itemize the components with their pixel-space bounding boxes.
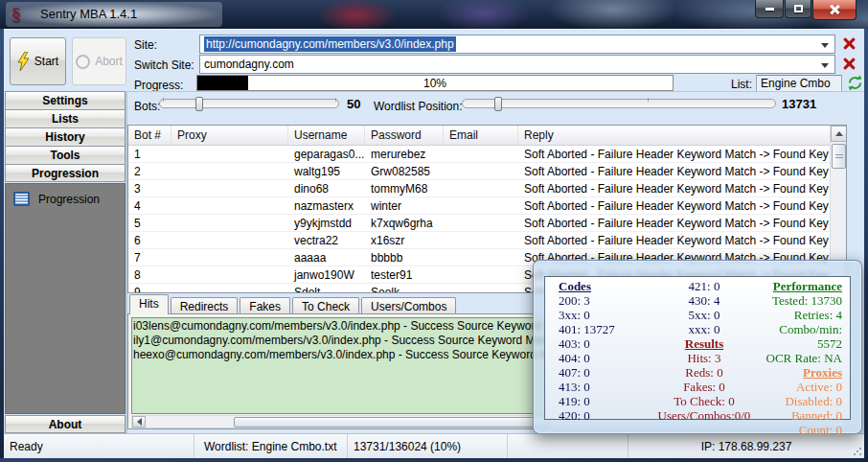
tab[interactable]: Hits — [129, 294, 169, 314]
slider-tick — [163, 98, 164, 102]
cell-reply: Soft Aborted - Failure Header Keyword Ma… — [518, 215, 831, 231]
site-dropdown-icon[interactable] — [821, 43, 829, 48]
site-input[interactable]: http://cumondagny.com/members/v3.0/index… — [199, 35, 835, 54]
close-icon — [829, 4, 840, 15]
table-row[interactable]: 1 geparagas0... merurebez Soft Aborted -… — [128, 146, 831, 163]
cell-password: tester91 — [365, 266, 444, 283]
stat-line: Reds: 0 — [651, 365, 756, 380]
start-button[interactable]: Start — [10, 37, 66, 85]
cell-email — [444, 146, 518, 162]
cell-password: bbbbb — [365, 249, 444, 266]
progress-label: Progress: — [134, 79, 183, 92]
sidebar-item-progression[interactable]: Progression — [6, 184, 125, 206]
stat-line: Retries: 4 — [757, 308, 842, 322]
table-row[interactable]: 2 waltg195 Grw082585 Soft Aborted - Fail… — [128, 163, 831, 180]
hits-scroll-thumb[interactable] — [234, 417, 550, 427]
column-header-proxy[interactable]: Proxy — [171, 126, 288, 145]
abort-button[interactable]: Abort — [72, 37, 126, 85]
tab-label: Fakes — [249, 300, 281, 313]
about-button[interactable]: About — [5, 415, 126, 433]
stat-line: 407: 0 — [559, 365, 651, 380]
refresh-icon[interactable] — [847, 75, 863, 91]
stat-line: 403: 0 — [559, 336, 651, 351]
table-row[interactable]: 3 dino68 tommyM68 Soft Aborted - Failure… — [128, 180, 831, 197]
column-header-bot[interactable]: Bot # — [128, 126, 171, 145]
wordlist-slider-thumb[interactable] — [494, 97, 502, 111]
bots-slider-thumb[interactable] — [195, 97, 203, 111]
stat-line: OCR Rate: NA — [757, 351, 842, 365]
scroll-up-icon — [835, 131, 843, 136]
cell-username: geparagas0... — [288, 146, 365, 162]
close-button[interactable] — [812, 0, 857, 20]
cell-username: aaaaa — [288, 249, 365, 266]
sidebar-button[interactable]: Lists — [5, 109, 126, 127]
stat-line: 421: 0 — [651, 279, 756, 293]
cell-proxy — [171, 215, 288, 231]
column-header-password[interactable]: Password — [365, 126, 444, 145]
sidebar-button[interactable]: Progression — [5, 164, 126, 182]
scroll-left-icon — [137, 418, 142, 426]
tab-label: Users/Combos — [371, 300, 446, 313]
stat-line: Proxies — [757, 365, 842, 380]
sidebar-button[interactable]: Settings — [5, 91, 126, 109]
scroll-thumb[interactable] — [832, 144, 846, 169]
switch-site-input[interactable]: cumondagny.com — [199, 55, 835, 74]
cell-password: x16szr — [365, 232, 444, 248]
table-row[interactable]: 5 y9ykjmstdd k7xqw6grha Soft Aborted - F… — [128, 215, 831, 232]
column-header-username[interactable]: Username — [288, 126, 365, 145]
scroll-left-button[interactable] — [132, 416, 146, 427]
tab[interactable]: Fakes — [240, 297, 290, 314]
bots-slider[interactable] — [159, 99, 339, 108]
resize-grip[interactable] — [853, 447, 862, 456]
stat-line: Active: 0 — [757, 380, 842, 394]
stat-line: 420: 0 — [559, 408, 651, 423]
list-label: List: — [731, 78, 752, 91]
wordlist-position-slider[interactable] — [462, 99, 776, 108]
cell-bot: 5 — [128, 215, 171, 231]
wordlist-position-label: Wordlist Position: — [374, 100, 462, 113]
title-bar[interactable]: § Sentry MBA 1.4.1 — [0, 0, 868, 29]
cell-password: k7xqw6grha — [365, 215, 444, 231]
stat-line: 200: 3 — [559, 293, 651, 308]
cell-email — [444, 197, 518, 214]
cell-username: janwo190W — [288, 266, 365, 283]
scroll-up-button[interactable] — [831, 126, 847, 142]
sidebar-button-list: SettingsListsHistoryToolsProgression — [5, 91, 126, 182]
cell-bot: 8 — [128, 266, 171, 283]
cell-bot: 6 — [128, 232, 171, 248]
sidebar-button[interactable]: Tools — [5, 146, 126, 164]
column-header-email[interactable]: Email — [444, 126, 518, 145]
cell-password: tommyM68 — [365, 180, 444, 196]
tab[interactable]: To Check — [292, 297, 359, 314]
sidebar-button-label: Progression — [32, 167, 99, 180]
progress-percent: 10% — [197, 77, 673, 90]
cell-email — [444, 284, 518, 293]
sidebar-button[interactable]: History — [5, 127, 126, 146]
table-row[interactable]: 4 nazmasterx winter Soft Aborted - Failu… — [128, 197, 831, 215]
cell-reply: Soft Aborted - Failure Header Keyword Ma… — [518, 232, 831, 248]
stat-line: Fakes: 0 — [651, 380, 756, 394]
status-empty — [508, 434, 628, 458]
progress-bar: 10% — [196, 75, 674, 91]
cell-reply: Soft Aborted - Failure Header Keyword Ma… — [518, 197, 831, 214]
cell-username: waltg195 — [288, 163, 365, 179]
cell-email — [444, 249, 518, 266]
tab[interactable]: Users/Combos — [361, 297, 456, 314]
table-row[interactable]: 6 vectra22 x16szr Soft Aborted - Failure… — [128, 232, 831, 249]
column-header-reply[interactable]: Reply — [518, 126, 831, 145]
status-bar: Ready Wordlist: Engine Cmbo.txt 13731/13… — [4, 433, 864, 458]
minimize-button[interactable] — [755, 0, 784, 18]
tab[interactable]: Redirects — [171, 297, 239, 314]
window-frame-bottom — [0, 458, 868, 462]
stat-line: 413: 0 — [559, 380, 651, 394]
cell-proxy — [171, 163, 288, 179]
switch-site-clear-button[interactable] — [842, 57, 856, 70]
progression-stats-overlay: Codes200: 33xx: 0401: 13727403: 0404: 04… — [533, 260, 862, 434]
stat-line: Combo/min: 5572 — [757, 322, 842, 351]
site-clear-button[interactable] — [842, 36, 856, 50]
switch-site-dropdown-icon[interactable] — [821, 63, 829, 68]
cell-bot: 4 — [128, 197, 171, 214]
switch-site-label: Switch Site: — [134, 58, 194, 72]
maximize-button[interactable] — [785, 0, 811, 18]
stat-line: Results — [651, 336, 756, 351]
